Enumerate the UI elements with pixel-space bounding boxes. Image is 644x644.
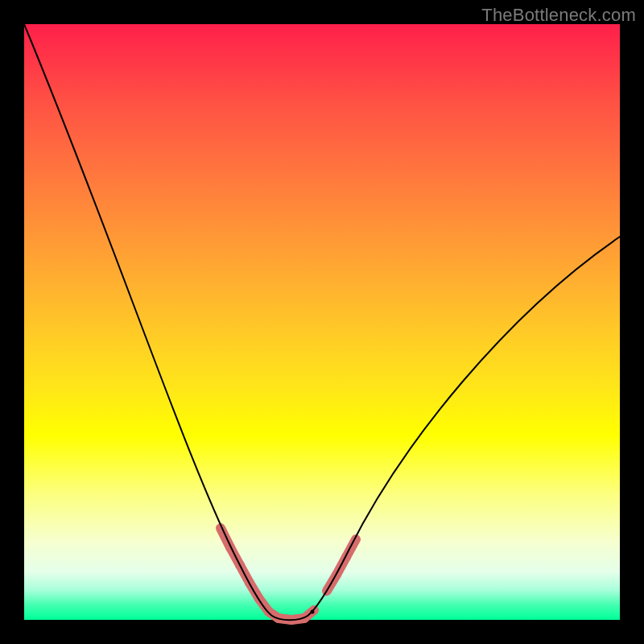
bottleneck-curve (24, 24, 620, 620)
curve-svg (24, 24, 620, 620)
marker-segment (346, 539, 356, 557)
curve-min-point (311, 610, 315, 614)
watermark-text: TheBottleneck.com (481, 5, 636, 26)
plot-area (24, 24, 620, 620)
chart-container: TheBottleneck.com (0, 0, 644, 644)
